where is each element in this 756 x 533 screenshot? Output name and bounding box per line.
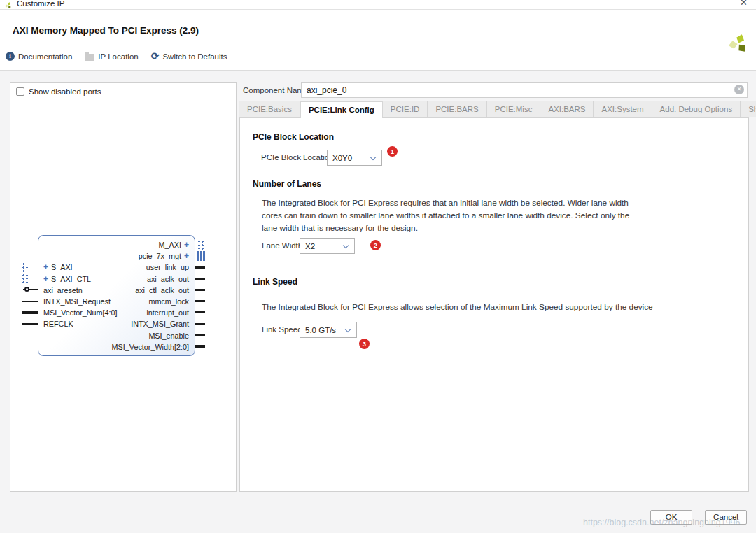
refresh-icon: ⟳ xyxy=(151,52,160,61)
port-intx-msi-grant: INTX_MSI_Grant xyxy=(131,319,189,329)
dialog-titlebar: Customize IP xyxy=(0,0,756,10)
port-s-axi: +S_AXI xyxy=(43,262,73,273)
port-msi-enable: MSI_enable xyxy=(148,331,189,341)
port-mmcm-lock: mmcm_lock xyxy=(148,297,189,307)
port-msi-vector-num: MSI_Vector_Num[4:0] xyxy=(43,308,118,318)
info-icon: i xyxy=(6,52,15,61)
lane-width-label: Lane Width xyxy=(262,238,302,254)
tab-content-pcie-link-config: PCIe Block Location PCIe Block Location … xyxy=(239,118,749,492)
close-icon[interactable]: ✕ xyxy=(740,0,748,8)
expand-icon[interactable]: + xyxy=(43,262,48,272)
link-speed-select[interactable]: 5.0 GT/s xyxy=(300,322,357,338)
pcie-block-location-select[interactable]: X0Y0 xyxy=(327,150,382,166)
show-disabled-ports-checkbox[interactable] xyxy=(16,87,24,96)
section-heading-number-of-lanes: Number of Lanes xyxy=(253,179,737,192)
chevron-down-icon xyxy=(345,327,351,332)
chevron-down-icon xyxy=(370,155,376,160)
port-interrupt-out: interrupt_out xyxy=(146,308,189,318)
tab-pcie-misc[interactable]: PCIE:Misc xyxy=(487,101,541,117)
link-speed-description: The Integrated Block for PCI Express all… xyxy=(262,302,653,312)
xilinx-logo xyxy=(727,28,750,56)
chevron-down-icon xyxy=(343,243,349,248)
port-m-axi: M_AXI+ xyxy=(159,240,189,250)
lanes-description-line3: lane width that is necessary for the des… xyxy=(262,223,418,233)
tab-axi-bars[interactable]: AXI:BARS xyxy=(540,101,594,117)
tab-pcie-bars[interactable]: PCIE:BARS xyxy=(428,101,486,117)
port-user-link-up: user_link_up xyxy=(146,262,189,273)
ip-location-label: IP Location xyxy=(98,52,138,61)
switch-to-defaults-button[interactable]: ⟳ Switch to Defaults xyxy=(151,52,227,61)
dialog-title: Customize IP xyxy=(17,0,64,8)
port-axi-aclk-out: axi_aclk_out xyxy=(147,274,189,285)
reset-port-icon xyxy=(24,287,29,292)
interface-marker-s-axi-ctl xyxy=(21,273,28,284)
show-disabled-ports-row: Show disabled ports xyxy=(16,87,102,96)
tab-axi-system[interactable]: AXI:System xyxy=(594,101,652,117)
port-s-axi-ctl: +S_AXI_CTL xyxy=(43,274,91,285)
section-heading-link-speed: Link Speed xyxy=(253,277,737,290)
link-speed-value: 5.0 GT/s xyxy=(305,326,336,334)
folder-icon xyxy=(85,54,94,61)
port-stub xyxy=(195,323,205,325)
tab-pcie-id[interactable]: PCIE:ID xyxy=(383,101,428,117)
section-heading-pcie-block-location: PCIe Block Location xyxy=(253,132,737,145)
lane-width-value: X2 xyxy=(305,242,315,250)
port-stub xyxy=(195,278,205,280)
port-stub xyxy=(22,301,38,303)
port-stub xyxy=(195,289,205,291)
port-intx-msi-request: INTX_MSI_Request xyxy=(43,297,111,307)
clear-icon[interactable]: ✕ xyxy=(734,85,744,94)
lane-width-select[interactable]: X2 xyxy=(300,238,355,254)
interface-marker-s-axi xyxy=(21,262,28,273)
expand-icon[interactable]: + xyxy=(43,274,48,284)
tab-shared-logic[interactable]: Shared Logic xyxy=(741,101,756,117)
port-stub-bus xyxy=(195,345,205,348)
port-stub xyxy=(195,300,205,302)
ip-symbol-panel: Show disabled ports M_AXI+ pcie_7x_mgt+ … xyxy=(10,82,237,492)
switch-to-defaults-label: Switch to Defaults xyxy=(162,52,227,61)
show-disabled-ports-label: Show disabled ports xyxy=(29,87,102,96)
port-pcie-7x-mgt: pcie_7x_mgt+ xyxy=(139,251,189,262)
ip-block-diagram: M_AXI+ pcie_7x_mgt+ user_link_up axi_acl… xyxy=(38,235,195,356)
port-stub-bus xyxy=(195,334,205,336)
step-badge-3: 3 xyxy=(359,339,370,349)
tab-pcie-link-config[interactable]: PCIE:Link Config xyxy=(300,101,383,118)
port-stub-bus xyxy=(22,311,38,314)
pcie-block-location-value: X0Y0 xyxy=(332,154,352,162)
customize-ip-dialog: Customize IP ✕ AXI Memory Mapped To PCI … xyxy=(0,0,756,533)
expand-icon[interactable]: + xyxy=(184,251,189,261)
ip-title: AXI Memory Mapped To PCI Express (2.9) xyxy=(13,25,199,36)
interface-marker-m-axi xyxy=(197,239,204,250)
port-stub xyxy=(195,266,205,269)
pcie-block-location-label: PCIe Block Location xyxy=(261,150,334,166)
lanes-description-line1: The Integrated Block for PCI Express req… xyxy=(262,198,629,208)
cancel-button[interactable]: Cancel xyxy=(705,510,747,525)
port-stub xyxy=(22,323,38,325)
tab-pcie-basics[interactable]: PCIE:Basics xyxy=(239,101,300,117)
component-name-label: Component Name xyxy=(243,86,308,94)
port-refclk: REFCLK xyxy=(43,319,74,329)
component-name-field: ✕ xyxy=(301,82,748,98)
port-stub xyxy=(195,311,205,313)
xilinx-logo-icon xyxy=(4,1,13,9)
interface-marker-pcie-7x-mgt xyxy=(197,251,205,261)
port-axi-ctl-aclk-out: axi_ctl_aclk_out xyxy=(135,285,189,296)
ok-button[interactable]: OK xyxy=(650,510,692,525)
step-badge-2: 2 xyxy=(370,240,381,250)
documentation-label: Documentation xyxy=(18,52,72,61)
step-badge-1: 1 xyxy=(387,146,398,157)
tab-add-debug-options[interactable]: Add. Debug Options xyxy=(652,101,741,117)
component-name-input[interactable] xyxy=(301,82,748,98)
config-tabs: PCIE:Basics PCIE:Link Config PCIE:ID PCI… xyxy=(239,101,749,118)
link-speed-label: Link Speed xyxy=(262,322,302,338)
port-axi-aresetn: axi_aresetn xyxy=(43,285,83,296)
ip-location-button[interactable]: IP Location xyxy=(85,52,138,61)
port-msi-vector-width: MSI_Vector_Width[2:0] xyxy=(112,342,189,353)
expand-icon[interactable]: + xyxy=(184,240,189,250)
toolbar: i Documentation IP Location ⟳ Switch to … xyxy=(6,52,227,61)
dialog-header: AXI Memory Mapped To PCI Express (2.9) i… xyxy=(0,10,756,71)
documentation-button[interactable]: i Documentation xyxy=(6,52,72,61)
lanes-description-line2: cores can train down to smaller lane wid… xyxy=(262,211,629,220)
